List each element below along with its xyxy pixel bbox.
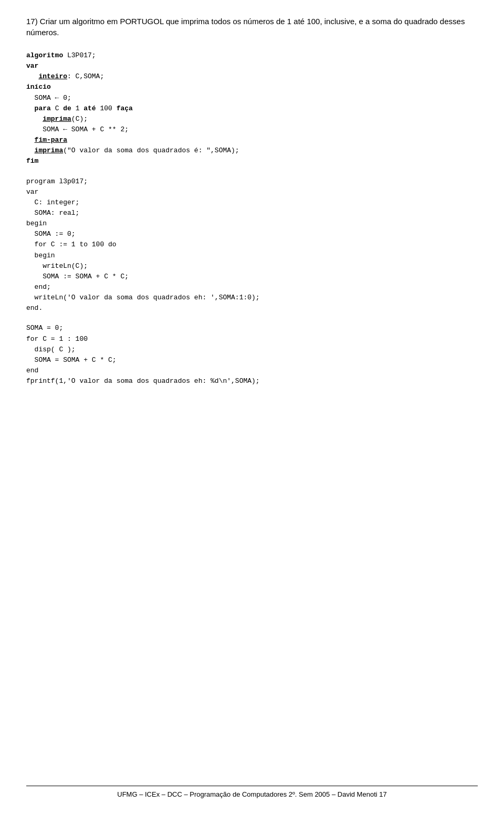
keyword-faca: faça bbox=[117, 105, 133, 112]
portugol-code-block: algoritmo L3P017; var inteiro: C,SOMA; i… bbox=[26, 50, 478, 167]
matlab-code-block: SOMA = 0; for C = 1 : 100 disp( C ); SOM… bbox=[26, 323, 478, 387]
keyword-inteiro: inteiro bbox=[38, 72, 67, 80]
keyword-inicio: início bbox=[26, 83, 51, 91]
keyword-imprima-1: imprima bbox=[43, 115, 71, 123]
page-footer: UFMG – ICEx – DCC – Programação de Compu… bbox=[26, 786, 478, 798]
keyword-imprima-2: imprima bbox=[35, 147, 64, 154]
keyword-para: para bbox=[35, 105, 51, 112]
question-title: 17) Criar um algoritmo em PORTUGOL que i… bbox=[26, 16, 478, 38]
keyword-de: de bbox=[63, 105, 71, 112]
keyword-fim: fim bbox=[26, 157, 38, 165]
keyword-var: var bbox=[26, 62, 38, 70]
keyword-ate: até bbox=[83, 105, 96, 112]
pascal-code-block: program l3p017; var C: integer; SOMA: re… bbox=[26, 176, 478, 314]
keyword-algoritmo: algoritmo bbox=[26, 51, 63, 59]
footer-text: UFMG – ICEx – DCC – Programação de Compu… bbox=[117, 790, 386, 798]
keyword-fim-para: fim-para bbox=[35, 136, 67, 144]
